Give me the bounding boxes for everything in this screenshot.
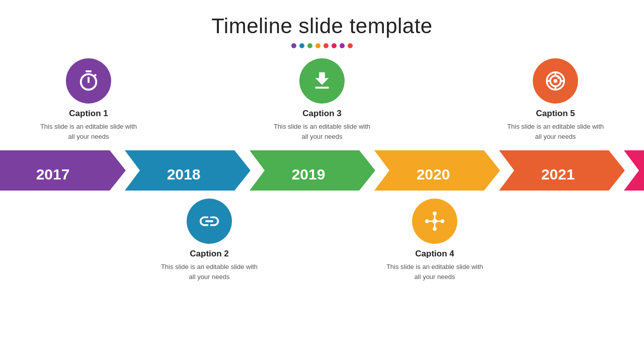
- caption5-text: This slide is an editable slide with all…: [505, 122, 606, 141]
- caption4-icon-circle: [412, 199, 457, 244]
- dot-6: [332, 43, 337, 48]
- caption4-title: Caption 4: [415, 249, 454, 259]
- year-2017: 2017: [36, 166, 70, 183]
- title-area: Timeline slide template: [0, 0, 644, 48]
- dot-1: [291, 43, 296, 48]
- caption3-title: Caption 3: [302, 109, 341, 119]
- bottom-captions-row: Caption 2 This slide is an editable slid…: [0, 191, 644, 282]
- caption4-text: This slide is an editable slide with all…: [384, 262, 485, 282]
- year-2021: 2021: [541, 166, 575, 183]
- caption-block-4: Caption 4 This slide is an editable slid…: [384, 199, 485, 282]
- caption5-icon-circle: [533, 58, 578, 104]
- caption3-icon-circle: [299, 58, 345, 104]
- caption1-text: This slide is an editable slide with all…: [38, 122, 139, 141]
- dot-7: [340, 43, 345, 48]
- dot-8: [348, 43, 353, 48]
- svg-point-8: [433, 212, 437, 216]
- year-2020: 2020: [417, 166, 450, 183]
- timer-icon: [77, 69, 100, 93]
- timeline-svg: 2017 2018 2019 2020 2021: [0, 150, 644, 191]
- svg-point-2: [553, 79, 557, 83]
- caption1-icon-circle: [66, 58, 111, 104]
- link-icon: [198, 210, 221, 233]
- year-2019: 2019: [292, 166, 326, 183]
- top-captions-row: Caption 1 This slide is an editable slid…: [0, 48, 644, 141]
- download-icon: [310, 69, 334, 93]
- svg-point-7: [432, 219, 437, 224]
- target-icon: [544, 69, 567, 93]
- caption-block-3: Caption 3 This slide is an editable slid…: [272, 58, 372, 141]
- caption2-title: Caption 2: [190, 249, 228, 259]
- caption3-text: This slide is an editable slide with all…: [272, 122, 372, 141]
- dot-5: [324, 43, 329, 48]
- svg-point-9: [433, 227, 437, 231]
- caption1-title: Caption 1: [69, 109, 108, 119]
- svg-point-10: [425, 219, 429, 223]
- caption-block-5: Caption 5 This slide is an editable slid…: [505, 58, 606, 141]
- network-icon: [423, 210, 446, 233]
- dot-2: [299, 43, 304, 48]
- year-2018: 2018: [167, 166, 201, 183]
- slide: Timeline slide template Caption 1 This s…: [0, 0, 644, 362]
- dots-row: [0, 43, 644, 48]
- caption-block-1: Caption 1 This slide is an editable slid…: [38, 58, 139, 141]
- dot-3: [307, 43, 312, 48]
- caption-block-2: Caption 2 This slide is an editable slid…: [159, 199, 260, 282]
- timeline-container: 2017 2018 2019 2020 2021: [0, 150, 644, 191]
- svg-point-11: [441, 219, 445, 223]
- caption5-title: Caption 5: [536, 109, 575, 119]
- caption2-text: This slide is an editable slide with all…: [159, 262, 260, 282]
- dot-4: [315, 43, 320, 48]
- main-title: Timeline slide template: [0, 14, 644, 38]
- caption2-icon-circle: [187, 199, 232, 244]
